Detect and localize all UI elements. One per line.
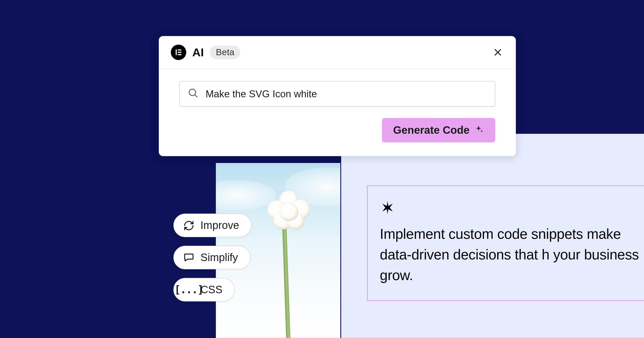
- css-label: CSS: [200, 284, 222, 296]
- dialog-title: AI: [192, 46, 204, 59]
- svg-rect-3: [178, 54, 181, 55]
- svg-line-7: [195, 95, 197, 97]
- result-text: Implement custom code snippets make data…: [380, 224, 644, 285]
- simplify-button[interactable]: Simplify: [173, 246, 250, 269]
- generate-code-button[interactable]: Generate Code: [382, 118, 495, 142]
- beta-badge: Beta: [210, 46, 240, 59]
- ai-dialog: AI Beta Generat: [159, 36, 516, 156]
- sparkle-icon: [475, 124, 484, 136]
- flower-head: [267, 191, 310, 232]
- result-border: Implement custom code snippets make data…: [367, 185, 644, 301]
- dialog-body: Generate Code: [159, 69, 516, 156]
- cloud-decoration: [216, 180, 276, 210]
- svg-point-6: [189, 89, 196, 95]
- improve-button[interactable]: Improve: [173, 214, 252, 237]
- refresh-icon: [183, 220, 194, 231]
- elementor-logo-icon: [171, 44, 186, 60]
- prompt-input-container[interactable]: [179, 81, 495, 107]
- svg-rect-0: [176, 50, 177, 55]
- search-icon: [187, 87, 199, 100]
- chat-icon: [183, 252, 194, 263]
- asterisk-icon: [380, 198, 644, 219]
- action-pills: Improve Simplify [...] CSS: [173, 214, 252, 302]
- svg-rect-2: [178, 52, 181, 53]
- simplify-label: Simplify: [200, 251, 238, 264]
- result-panel: Implement custom code snippets make data…: [341, 134, 644, 338]
- css-button[interactable]: [...] CSS: [173, 278, 235, 302]
- improve-label: Improve: [200, 219, 239, 232]
- code-bracket-icon: [...]: [183, 284, 194, 295]
- svg-rect-1: [178, 50, 181, 51]
- prompt-input[interactable]: [205, 88, 487, 100]
- dialog-header: AI Beta: [159, 36, 516, 69]
- generate-code-label: Generate Code: [393, 124, 470, 136]
- flower-stem: [282, 227, 291, 338]
- close-button[interactable]: [492, 46, 504, 58]
